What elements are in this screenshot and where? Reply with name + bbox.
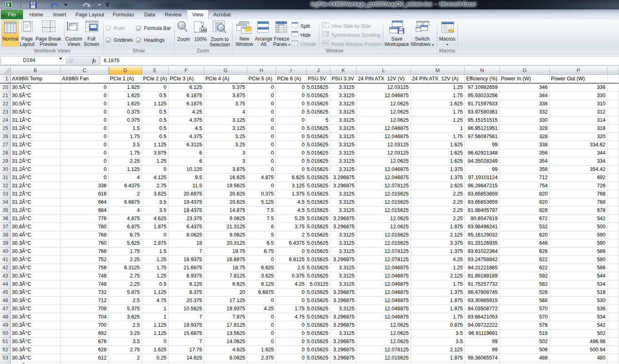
svg-text:100: 100 bbox=[200, 28, 207, 32]
